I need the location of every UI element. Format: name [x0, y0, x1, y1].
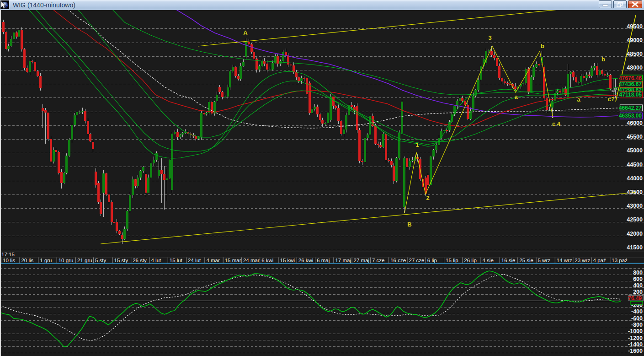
svg-text:7 cze: 7 cze — [372, 258, 385, 263]
svg-text:200: 200 — [633, 289, 643, 295]
svg-text:4 mar: 4 mar — [206, 258, 220, 263]
svg-text:-400: -400 — [631, 308, 643, 315]
svg-text:15 lut: 15 lut — [170, 258, 183, 263]
svg-text:45500: 45500 — [627, 134, 643, 140]
svg-text:47436.67: 47436.67 — [619, 81, 642, 87]
svg-text:46353.00: 46353.00 — [619, 113, 642, 119]
svg-text:A: A — [243, 29, 248, 36]
svg-text:6 maj: 6 maj — [317, 258, 330, 263]
svg-text:26 lip: 26 lip — [464, 258, 477, 263]
svg-text:17:15: 17:15 — [1, 252, 15, 257]
svg-text:16 sie: 16 sie — [501, 258, 516, 263]
svg-text:4 lut: 4 lut — [151, 258, 162, 263]
svg-text:45000: 45000 — [627, 147, 643, 154]
svg-text:23 wrz: 23 wrz — [575, 258, 590, 263]
svg-text:10 lis: 10 lis — [3, 258, 15, 263]
svg-text:15 lip: 15 lip — [446, 258, 458, 263]
svg-text:25 sie: 25 sie — [519, 258, 533, 263]
svg-text:5 sty: 5 sty — [95, 258, 106, 263]
svg-text:-1200: -1200 — [628, 335, 643, 341]
svg-text:400: 400 — [633, 282, 643, 289]
svg-text:a: a — [514, 93, 518, 100]
svg-text:48000: 48000 — [627, 65, 643, 71]
svg-text:20 lis: 20 lis — [21, 258, 33, 263]
svg-text:B: B — [407, 221, 411, 228]
svg-text:44000: 44000 — [627, 175, 643, 182]
svg-text:48500: 48500 — [627, 51, 643, 57]
svg-text:5 wrz: 5 wrz — [538, 258, 551, 263]
svg-text:1: 1 — [415, 141, 419, 148]
svg-text:47676.46: 47676.46 — [619, 75, 642, 81]
svg-text:26 kwi: 26 kwi — [298, 258, 314, 263]
svg-text:4 paź: 4 paź — [593, 258, 606, 263]
svg-text:-800: -800 — [631, 322, 643, 328]
svg-text:800: 800 — [633, 270, 643, 276]
svg-text:27 cze: 27 cze — [409, 258, 425, 263]
svg-text:-1000: -1000 — [628, 328, 643, 334]
svg-text:-1400: -1400 — [628, 341, 643, 348]
svg-text:b: b — [541, 43, 544, 49]
svg-text:600: 600 — [633, 276, 643, 282]
svg-text:24 lut: 24 lut — [188, 258, 201, 263]
svg-text:3: 3 — [488, 34, 491, 41]
svg-text:26 sty: 26 sty — [133, 258, 147, 263]
svg-text:27 maj: 27 maj — [354, 258, 370, 263]
svg-text:c?: c? — [607, 96, 614, 102]
svg-text:43000: 43000 — [627, 203, 643, 209]
svg-text:17 maj: 17 maj — [335, 258, 351, 263]
svg-text:4 sie: 4 sie — [483, 258, 494, 263]
svg-text:10 gru: 10 gru — [59, 258, 74, 263]
svg-text:24 mar: 24 mar — [243, 258, 260, 263]
svg-text:76.49: 76.49 — [628, 295, 642, 302]
svg-text:49500: 49500 — [627, 23, 643, 30]
svg-text:-1600: -1600 — [628, 348, 643, 354]
svg-text:43500: 43500 — [627, 189, 643, 195]
svg-text:41500: 41500 — [627, 244, 643, 251]
svg-text:2: 2 — [426, 194, 429, 201]
svg-text:49000: 49000 — [627, 37, 643, 43]
svg-text:a: a — [577, 96, 580, 103]
svg-text:42000: 42000 — [627, 231, 643, 237]
svg-text:-600: -600 — [631, 315, 643, 322]
svg-text:21 gru: 21 gru — [77, 258, 92, 263]
svg-text:15 mar: 15 mar — [225, 258, 241, 263]
svg-text:13 paź: 13 paź — [612, 258, 628, 263]
svg-text:44500: 44500 — [627, 162, 643, 168]
svg-text:b: b — [601, 56, 605, 63]
svg-text:46642.27: 46642.27 — [619, 105, 642, 111]
svg-text:16 cze: 16 cze — [390, 258, 406, 263]
svg-text:14 wrz: 14 wrz — [557, 258, 572, 263]
svg-text:6 kwi: 6 kwi — [261, 258, 273, 263]
svg-text:15 sty: 15 sty — [114, 258, 128, 263]
svg-text:c 4: c 4 — [552, 120, 561, 127]
svg-text:46000: 46000 — [627, 120, 643, 126]
svg-text:6 lip: 6 lip — [427, 258, 437, 263]
svg-text:1 gru: 1 gru — [40, 258, 52, 263]
svg-text:42500: 42500 — [627, 216, 643, 223]
svg-text:47118.05: 47118.05 — [619, 92, 642, 98]
svg-text:15 kwi: 15 kwi — [280, 258, 295, 263]
